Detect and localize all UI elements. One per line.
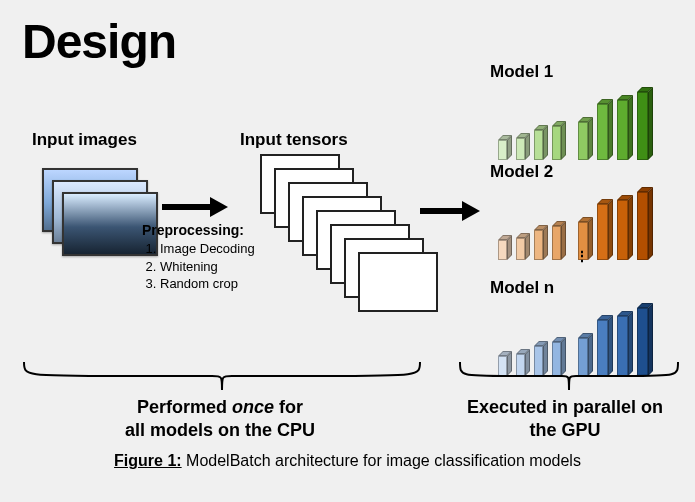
model-bar (534, 125, 548, 160)
bottom-label-gpu: Executed in parallel on the GPU (450, 396, 680, 443)
model-1-bars: … (498, 70, 653, 160)
model-2-bars: … (498, 170, 653, 260)
input-image-stack (42, 168, 152, 258)
text: for (274, 397, 303, 417)
model-bar (617, 95, 633, 160)
page-title: Design (22, 14, 176, 69)
model-bar (617, 195, 633, 260)
text: all models on the CPU (125, 420, 315, 440)
preprocessing-block: Preprocessing: Image Decoding Whitening … (142, 222, 255, 293)
svg-marker-3 (462, 201, 480, 221)
model-bar (516, 233, 530, 260)
model-bar (578, 117, 593, 160)
arrow-to-models (420, 200, 480, 222)
label-input-images: Input images (32, 130, 137, 150)
tensor-stack (260, 154, 440, 334)
brace-left (22, 360, 422, 394)
model-bar (597, 199, 613, 260)
text-em: once (232, 397, 274, 417)
model-bar (534, 225, 548, 260)
model-bar (637, 187, 653, 260)
model-bar (552, 121, 566, 160)
figure-caption: Figure 1: ModelBatch architecture for im… (0, 452, 695, 470)
model-bar (498, 135, 512, 160)
text: Performed (137, 397, 232, 417)
model-bar (597, 99, 613, 160)
svg-marker-1 (210, 197, 228, 217)
model-bar (637, 87, 653, 160)
preprocessing-step: Whitening (160, 258, 255, 276)
figure-label: Figure 1: (114, 452, 182, 469)
text: the GPU (529, 420, 600, 440)
figure-text: ModelBatch architecture for image classi… (182, 452, 581, 469)
bottom-label-cpu: Performed once for all models on the CPU (80, 396, 360, 443)
preprocessing-step: Image Decoding (160, 240, 255, 258)
model-bar (516, 133, 530, 160)
model-bar (552, 221, 566, 260)
preprocessing-header: Preprocessing: (142, 222, 255, 238)
brace-right (458, 360, 680, 394)
label-input-tensors: Input tensors (240, 130, 348, 150)
preprocessing-steps: Image Decoding Whitening Random crop (160, 240, 255, 293)
vertical-ellipsis: ⋮ (575, 248, 591, 264)
arrow-preprocess (162, 196, 228, 218)
tensor (358, 252, 438, 312)
model-bar (498, 235, 512, 260)
text: Executed in parallel on (467, 397, 663, 417)
preprocessing-step: Random crop (160, 275, 255, 293)
